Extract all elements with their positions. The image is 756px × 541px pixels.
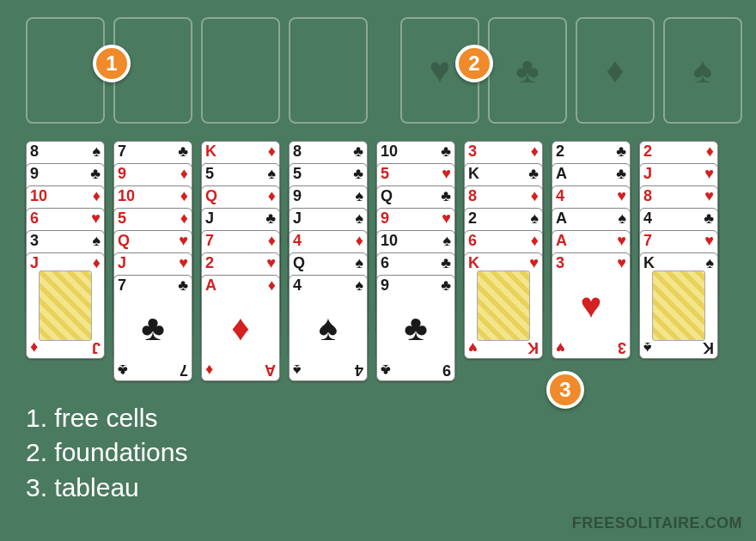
card-rank: 4 bbox=[643, 210, 661, 226]
card-rank: 7 bbox=[171, 361, 188, 379]
card-rank: 6 bbox=[30, 210, 47, 226]
watermark: FREESOLITAIRE.COM bbox=[572, 514, 742, 532]
top-row: ♥♣♦♠ bbox=[26, 17, 742, 124]
card-rank: 2 bbox=[205, 255, 223, 270]
card[interactable]: 3♥♥3♥ bbox=[552, 252, 631, 359]
card-suit-icon: ♥ bbox=[704, 188, 714, 204]
card-rank: K bbox=[697, 338, 714, 356]
card[interactable]: 9♣♣9♣ bbox=[376, 275, 455, 381]
face-card-art bbox=[652, 270, 705, 341]
card-rank: 5 bbox=[293, 166, 310, 181]
card-suit-icon: ♥ bbox=[442, 166, 451, 181]
card-suit-icon: ♣ bbox=[616, 143, 626, 159]
card-rank: J bbox=[83, 338, 101, 356]
card-center-pip: ♦ bbox=[210, 301, 271, 355]
freecell-slot[interactable] bbox=[289, 17, 368, 124]
card-rank: 8 bbox=[643, 188, 661, 204]
card-suit-icon: ♦ bbox=[356, 233, 363, 248]
card-rank: J bbox=[30, 255, 47, 270]
card-suit-icon: ♠ bbox=[355, 277, 363, 293]
card-rank: 3 bbox=[468, 143, 485, 159]
card-rank: 3 bbox=[609, 338, 626, 356]
card-rank: J bbox=[293, 210, 310, 226]
card-suit-icon: ♥ bbox=[442, 210, 451, 226]
legend-item: 1. free cells bbox=[26, 401, 187, 436]
card-suit-icon: ♠ bbox=[355, 210, 363, 226]
card-rank: K bbox=[205, 143, 223, 159]
card[interactable]: 7♣♣7♣ bbox=[113, 275, 192, 381]
card-suit-icon: ♣ bbox=[353, 143, 363, 159]
card-rank: J bbox=[118, 255, 135, 270]
card-suit-icon: ♥ bbox=[179, 255, 188, 270]
card-rank: A bbox=[556, 166, 573, 181]
card-center-pip: ♣ bbox=[386, 301, 446, 355]
card-suit-icon: ♦ bbox=[268, 233, 276, 248]
card-suit-icon: ♦ bbox=[268, 188, 276, 204]
card-rank: A bbox=[205, 277, 223, 293]
card-suit-icon: ♣ bbox=[178, 143, 188, 159]
card[interactable]: J♦J♦ bbox=[26, 252, 105, 359]
card-rank: 3 bbox=[30, 233, 47, 248]
card-rank: 7 bbox=[118, 143, 135, 159]
card-rank: 2 bbox=[643, 143, 661, 159]
card-suit-icon: ♣ bbox=[441, 255, 451, 270]
card-rank: 5 bbox=[118, 210, 135, 226]
foundation-slot[interactable]: ♣ bbox=[488, 17, 567, 124]
foundation-slot[interactable]: ♦ bbox=[576, 17, 655, 124]
card-rank: Q bbox=[381, 188, 398, 204]
card-rank: K bbox=[468, 255, 485, 270]
foundation-suit-icon: ♠ bbox=[693, 50, 712, 91]
card-rank: 9 bbox=[381, 210, 398, 226]
card-suit-icon: ♥ bbox=[468, 338, 478, 356]
card-rank: 9 bbox=[293, 188, 310, 204]
freecell-slot[interactable] bbox=[26, 17, 105, 124]
card-suit-icon: ♠ bbox=[442, 233, 451, 248]
annotation-badge: 1 bbox=[93, 45, 131, 82]
card-suit-icon: ♣ bbox=[528, 166, 539, 181]
card-rank: 4 bbox=[293, 277, 310, 293]
card-rank: 7 bbox=[205, 233, 223, 248]
card-suit-icon: ♣ bbox=[704, 210, 714, 226]
card-suit-icon: ♠ bbox=[643, 338, 652, 356]
card-suit-icon: ♣ bbox=[353, 166, 363, 181]
face-card-art bbox=[39, 270, 92, 341]
freecell-slot[interactable] bbox=[201, 17, 280, 124]
card-rank: 6 bbox=[381, 255, 398, 270]
card-rank: 6 bbox=[468, 233, 485, 248]
card-suit-icon: ♣ bbox=[441, 188, 451, 204]
card-suit-icon: ♣ bbox=[441, 143, 451, 159]
card-suit-icon: ♦ bbox=[205, 361, 213, 379]
face-card-art bbox=[477, 270, 530, 341]
card-rank: Q bbox=[293, 255, 310, 270]
card-suit-icon: ♥ bbox=[617, 255, 626, 270]
card-rank: 4 bbox=[556, 188, 573, 204]
card[interactable]: A♦♦A♦ bbox=[201, 275, 280, 381]
card-suit-icon: ♦ bbox=[30, 338, 38, 356]
card-suit-icon: ♣ bbox=[118, 361, 128, 379]
card[interactable]: K♠K♠ bbox=[639, 252, 718, 359]
card-suit-icon: ♦ bbox=[531, 143, 539, 159]
card-suit-icon: ♣ bbox=[616, 166, 626, 181]
card-rank: 4 bbox=[293, 233, 310, 248]
card-suit-icon: ♦ bbox=[180, 210, 188, 226]
card-rank: Q bbox=[118, 233, 135, 248]
card-suit-icon: ♠ bbox=[92, 233, 101, 248]
card-rank: 9 bbox=[30, 166, 47, 181]
card-suit-icon: ♥ bbox=[704, 166, 714, 181]
card-rank: 2 bbox=[468, 210, 485, 226]
card-rank: 7 bbox=[643, 233, 661, 248]
card-suit-icon: ♣ bbox=[178, 277, 188, 293]
card-suit-icon: ♥ bbox=[704, 233, 714, 248]
card-rank: 3 bbox=[556, 255, 573, 270]
foundation-slot[interactable]: ♠ bbox=[663, 17, 742, 124]
card[interactable]: 4♠♠4♠ bbox=[289, 275, 368, 381]
foundation-suit-icon: ♥ bbox=[430, 50, 451, 91]
card-suit-icon: ♠ bbox=[267, 166, 276, 181]
foundations-group: ♥♣♦♠ bbox=[400, 17, 742, 124]
card-rank: 8 bbox=[468, 188, 485, 204]
card-rank: 2 bbox=[556, 143, 573, 159]
card-rank: 10 bbox=[381, 233, 398, 248]
card-suit-icon: ♣ bbox=[90, 166, 101, 181]
card-suit-icon: ♥ bbox=[91, 210, 101, 226]
card[interactable]: K♥K♥ bbox=[464, 252, 543, 359]
